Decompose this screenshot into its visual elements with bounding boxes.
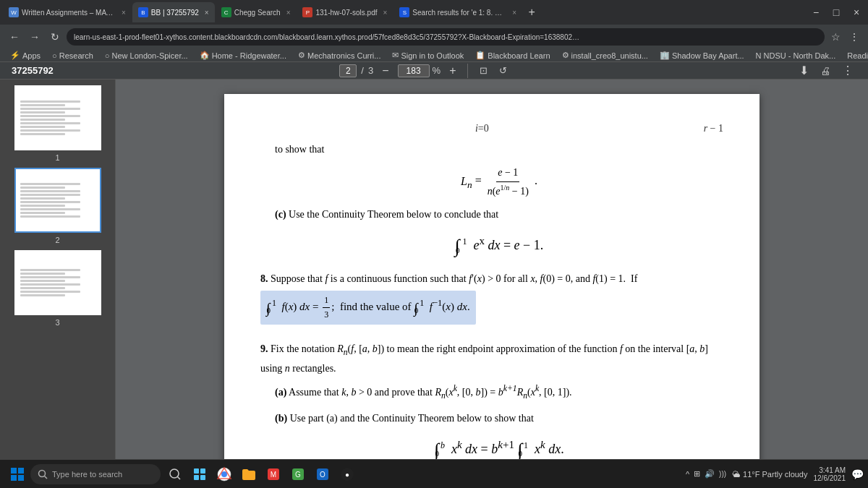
browser-menu-icon[interactable]: ⋮: [846, 29, 862, 45]
app8-icon: ●: [339, 466, 355, 482]
tab-search[interactable]: S Search results for 'e 1: 8. Suppo... ×: [393, 2, 522, 22]
system-tray-arrow[interactable]: ^: [686, 470, 689, 479]
zoom-input[interactable]: [398, 64, 430, 77]
close-browser-button[interactable]: ×: [848, 4, 865, 21]
address-text: learn-us-east-1-prod-fleet01-xythos.cont…: [74, 33, 580, 41]
rotate-button[interactable]: ↺: [496, 64, 510, 77]
part-b-label: (b): [275, 413, 287, 424]
svg-line-5: [45, 476, 48, 479]
tab-bar: W Written Assignments – MATH 16 × B BB |…: [0, 0, 868, 25]
date-display: 12/6/2021: [814, 474, 846, 482]
bookmark-sb-icon: 🏢: [660, 51, 670, 60]
download-button[interactable]: ⬇: [796, 62, 812, 79]
bookmark-creo-icon: ⚙: [562, 51, 569, 60]
tab-controls: − □ ×: [807, 4, 865, 21]
nav-right: ☆ ⋮: [827, 29, 862, 45]
main-layout: 1: [0, 80, 868, 471]
taskbar-app6[interactable]: G: [286, 463, 310, 486]
new-tab-button[interactable]: +: [523, 4, 540, 21]
svg-rect-9: [200, 468, 205, 474]
taskbar-app8[interactable]: ●: [336, 463, 359, 486]
chrome-icon: [216, 466, 232, 482]
taskbar-app7[interactable]: O: [311, 463, 334, 486]
svg-rect-1: [18, 468, 24, 474]
more-options-button[interactable]: ⋮: [839, 62, 856, 79]
bookmark-home-ridgewater[interactable]: 🏠 Home - Ridgewater...: [195, 49, 291, 61]
tab-chegg[interactable]: C Chegg Search ×: [216, 2, 297, 22]
tab-close-2[interactable]: ×: [205, 9, 209, 17]
minimize-button[interactable]: −: [807, 4, 825, 21]
page-separator: /: [361, 65, 364, 76]
taskbar-search-box[interactable]: Type here to search: [30, 464, 161, 484]
thumb-num-3: 3: [55, 318, 59, 327]
taskbar-widgets[interactable]: [188, 463, 211, 486]
bookmark-research[interactable]: ○ Research: [48, 50, 98, 61]
clock: 3:41 AM 12/6/2021: [814, 466, 846, 482]
part-a: (a) Assume that k, b > 0 and prove that …: [275, 382, 723, 403]
taskbar-folder[interactable]: [237, 463, 260, 486]
svg-line-7: [178, 476, 181, 479]
fit-page-button[interactable]: ⊡: [477, 64, 490, 77]
tab-close-5[interactable]: ×: [512, 9, 516, 17]
bookmark-mechatronics[interactable]: ⚙ Mechatronics Curri...: [294, 49, 385, 61]
tab-close-1[interactable]: ×: [122, 9, 126, 17]
problem-8: 8. Suppose that f is a continuous functi…: [260, 270, 723, 328]
thumbnail-1[interactable]: 1: [6, 85, 109, 162]
problem-9-num: 9.: [260, 343, 268, 354]
print-button[interactable]: 🖨: [817, 64, 833, 78]
bookmark-install-creo[interactable]: ⚙ install_creo8_unistu...: [558, 49, 652, 61]
weather-widget[interactable]: 🌥 11°F Partly cloudy: [732, 470, 807, 479]
thumbnail-2[interactable]: 2: [6, 168, 109, 244]
weather-text: 11°F Partly cloudy: [743, 470, 807, 479]
taskbar-search-app[interactable]: [163, 463, 187, 486]
network-icon: ⊞: [694, 469, 700, 479]
bookmark-shadow-bay[interactable]: 🏢 Shadow Bay Apart...: [655, 49, 749, 61]
page-number-input[interactable]: [339, 64, 357, 77]
tab-pdf[interactable]: P 131-hw-07-sols.pdf ×: [297, 2, 393, 22]
bookmark-outlook-icon: ✉: [392, 51, 399, 60]
bookmark-apps[interactable]: ⚡ Apps: [6, 49, 45, 61]
tab-written-assignments[interactable]: W Written Assignments – MATH 16 ×: [3, 2, 132, 22]
bookmark-nl-icon: ○: [105, 51, 110, 60]
bookmark-blackboard[interactable]: 📋 Blackboard Learn: [471, 49, 554, 61]
taskbar-chrome[interactable]: [213, 463, 236, 486]
app5-icon: M: [265, 466, 281, 482]
taskbar-app5[interactable]: M: [262, 463, 285, 486]
ln-formula: Ln = e − 1 n(e1/n − 1) .: [275, 165, 723, 199]
thumb-image-1: [14, 85, 101, 150]
bookmark-star-icon[interactable]: ☆: [827, 29, 843, 45]
part-c-text: Use the Continuity Theorem below to conc…: [289, 209, 498, 220]
tab-label-2: BB | 37255792: [151, 9, 199, 17]
start-button[interactable]: [4, 461, 30, 487]
bookmark-reading-list[interactable]: Reading list: [843, 50, 868, 61]
part-a-label: (a): [275, 387, 286, 398]
maximize-button[interactable]: □: [827, 4, 845, 21]
bookmark-mech-icon: ⚙: [298, 51, 305, 60]
tab-close-3[interactable]: ×: [286, 9, 291, 17]
address-bar[interactable]: learn-us-east-1-prod-fleet01-xythos.cont…: [67, 28, 825, 46]
bookmark-outlook[interactable]: ✉ Sign in to Outlook: [388, 49, 468, 61]
bookmarks-bar: ⚡ Apps ○ Research ○ New London-Spicer...…: [0, 49, 868, 62]
zoom-in-button[interactable]: +: [446, 63, 459, 79]
tab-favicon-1: W: [9, 7, 19, 17]
bookmark-ndsu[interactable]: N NDSU - North Dak...: [752, 50, 841, 61]
tab-close-4[interactable]: ×: [383, 9, 388, 17]
pdf-content-area[interactable]: i=0 r − 1 to show that Ln = e − 1 n(e1/n…: [116, 80, 868, 471]
tab-favicon-3: C: [221, 7, 231, 17]
bookmark-new-london[interactable]: ○ New London-Spicer...: [101, 50, 192, 61]
thumbnail-3[interactable]: 3: [6, 250, 109, 327]
refresh-button[interactable]: ↻: [46, 28, 64, 46]
back-button[interactable]: ←: [6, 28, 23, 46]
zoom-out-button[interactable]: −: [379, 63, 391, 79]
thumb-image-2: [14, 168, 101, 233]
widgets-icon: [192, 467, 207, 481]
tab-bb[interactable]: B BB | 37255792 ×: [132, 2, 215, 22]
forward-button[interactable]: →: [26, 28, 43, 46]
app6-icon: G: [290, 466, 306, 482]
taskbar-apps: M G O ●: [163, 463, 359, 486]
taskbar-search-text: Type here to search: [52, 470, 122, 479]
notification-icon[interactable]: 💬: [851, 468, 864, 480]
problem-8-text: 8. Suppose that f is a continuous functi…: [260, 270, 723, 288]
svg-rect-11: [200, 475, 205, 480]
integral-e: ∫01 ex dx = e − 1.: [275, 231, 723, 262]
